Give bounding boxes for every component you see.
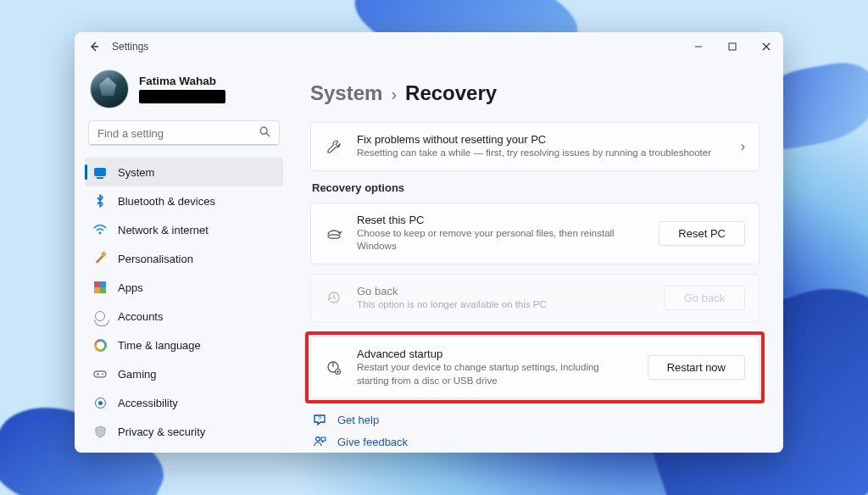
window-title: Settings — [112, 41, 148, 53]
accessibility-icon — [93, 396, 107, 409]
give-feedback-link[interactable]: Give feedback — [337, 436, 408, 448]
search-input[interactable] — [97, 127, 259, 140]
card-subtitle: Resetting can take a while — first, try … — [357, 147, 727, 160]
maximize-button[interactable] — [715, 32, 749, 61]
maximize-icon — [728, 42, 737, 51]
person-icon — [93, 309, 107, 323]
chevron-right-icon: › — [391, 85, 397, 104]
advanced-startup-card: Advanced startup Restart your device to … — [310, 336, 760, 398]
wrench-icon — [325, 139, 343, 154]
sidebar-item-label: Accessibility — [118, 397, 178, 409]
card-subtitle: Choose to keep or remove your personal f… — [357, 227, 645, 253]
get-help-row[interactable]: ? Get help — [312, 413, 760, 426]
sidebar-item-gaming[interactable]: Gaming — [85, 359, 283, 388]
breadcrumb-parent[interactable]: System — [310, 81, 382, 105]
back-button[interactable] — [86, 39, 102, 54]
go-back-button: Go back — [664, 286, 745, 310]
sidebar-item-label: Network & internet — [118, 224, 209, 236]
svg-rect-1 — [729, 43, 736, 50]
paintbrush-icon — [93, 252, 107, 265]
search-box[interactable] — [88, 120, 280, 146]
chevron-right-icon: › — [741, 139, 745, 154]
wifi-icon — [93, 223, 107, 236]
svg-point-12 — [316, 437, 320, 442]
sidebar-item-label: Apps — [118, 281, 143, 294]
svg-line-3 — [266, 133, 270, 136]
breadcrumb: System › Recovery — [310, 61, 760, 122]
settings-window: Settings Fatima Wahab — [75, 32, 783, 453]
globe-clock-icon — [93, 338, 107, 352]
sidebar-item-label: Personalisation — [118, 253, 193, 265]
minimize-button[interactable] — [682, 32, 715, 61]
main-content: System › Recovery Fix problems without r… — [292, 61, 783, 453]
sidebar-nav: System Bluetooth & devices Network & int… — [85, 158, 283, 446]
give-feedback-row[interactable]: Give feedback — [312, 435, 760, 448]
profile-email-redacted — [139, 90, 225, 103]
get-help-link[interactable]: Get help — [337, 414, 379, 426]
profile-name: Fatima Wahab — [139, 75, 225, 87]
reset-icon — [325, 226, 343, 240]
close-icon — [762, 42, 771, 51]
shield-icon — [93, 425, 107, 438]
help-icon: ? — [312, 413, 327, 426]
svg-point-6 — [102, 373, 103, 375]
feedback-icon — [312, 435, 327, 448]
minimize-icon — [694, 42, 703, 51]
svg-point-4 — [99, 232, 102, 235]
svg-point-2 — [260, 127, 267, 134]
reset-pc-card: Reset this PC Choose to keep or remove y… — [310, 203, 760, 264]
titlebar: Settings — [75, 32, 783, 61]
sidebar-item-privacy[interactable]: Privacy & security — [85, 417, 283, 446]
go-back-card: Go back This option is no longer availab… — [310, 274, 760, 323]
arrow-left-icon — [88, 41, 100, 53]
sidebar-item-label: Privacy & security — [118, 425, 205, 438]
reset-pc-button[interactable]: Reset PC — [659, 221, 745, 246]
sidebar-item-system[interactable]: System — [85, 158, 283, 186]
fix-problems-card[interactable]: Fix problems without resetting your PC R… — [310, 122, 760, 171]
sidebar-item-personalisation[interactable]: Personalisation — [85, 244, 283, 273]
apps-icon — [93, 281, 107, 294]
card-title: Go back — [357, 285, 650, 298]
card-subtitle: This option is no longer available on th… — [357, 298, 650, 312]
related-links: ? Get help Give feedback — [310, 413, 760, 448]
sidebar-item-apps[interactable]: Apps — [85, 273, 283, 302]
sidebar-item-bluetooth[interactable]: Bluetooth & devices — [85, 186, 283, 215]
sidebar-item-label: Accounts — [118, 310, 163, 323]
page-title: Recovery — [405, 81, 497, 105]
sidebar-item-accessibility[interactable]: Accessibility — [85, 388, 283, 417]
svg-point-7 — [328, 235, 340, 238]
restart-now-button[interactable]: Restart now — [648, 355, 745, 380]
avatar — [90, 70, 129, 108]
sidebar-item-time-language[interactable]: Time & language — [85, 331, 283, 359]
history-icon — [325, 290, 343, 305]
sidebar-item-label: System — [118, 166, 154, 179]
profile-block[interactable]: Fatima Wahab — [85, 64, 283, 117]
system-icon — [93, 165, 107, 179]
card-title: Reset this PC — [357, 214, 645, 226]
card-title: Fix problems without resetting your PC — [357, 133, 727, 146]
highlighted-region: Advanced startup Restart your device to … — [305, 331, 765, 403]
window-controls — [682, 32, 783, 61]
sidebar-item-network[interactable]: Network & internet — [85, 215, 283, 244]
close-button[interactable] — [749, 32, 783, 61]
svg-text:?: ? — [318, 415, 321, 421]
card-subtitle: Restart your device to change startup se… — [357, 361, 634, 387]
search-icon — [259, 126, 270, 140]
svg-rect-5 — [94, 371, 106, 377]
power-settings-icon — [325, 360, 343, 375]
sidebar-item-label: Bluetooth & devices — [118, 195, 215, 208]
sidebar-item-label: Gaming — [118, 368, 157, 381]
gamepad-icon — [93, 367, 107, 381]
bluetooth-icon — [93, 194, 107, 208]
card-title: Advanced startup — [357, 348, 634, 360]
sidebar-item-label: Time & language — [118, 339, 201, 352]
sidebar-item-accounts[interactable]: Accounts — [85, 302, 283, 331]
section-label: Recovery options — [312, 181, 760, 194]
sidebar: Fatima Wahab System Bluetooth & devices — [75, 61, 292, 453]
